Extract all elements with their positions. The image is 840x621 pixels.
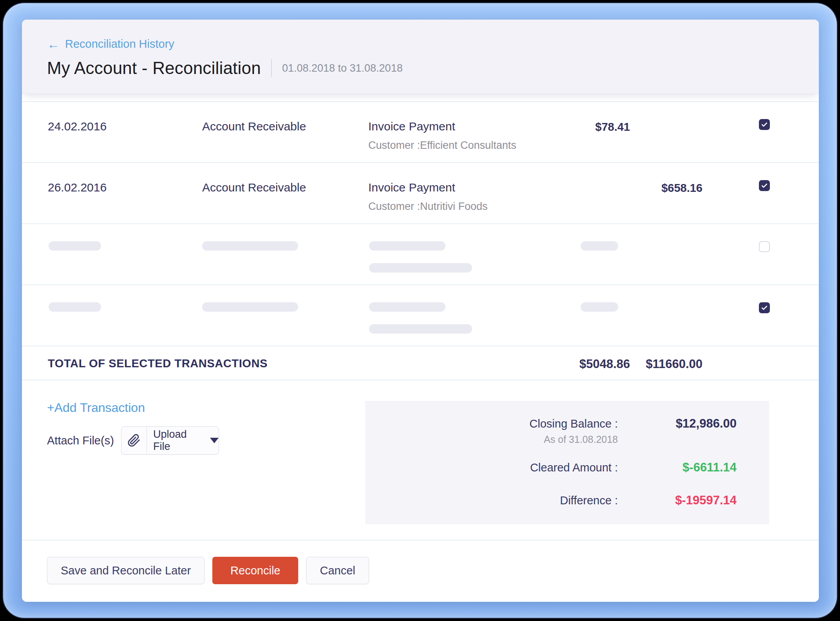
transaction-account: Account Receivable	[202, 120, 306, 133]
attach-file-row: Attach File(s) Upload File	[47, 426, 219, 455]
back-arrow-icon: ←	[47, 38, 60, 51]
window-frame: ← Reconciliation History My Account - Re…	[3, 3, 837, 618]
transaction-amount: $658.16	[661, 182, 702, 195]
transactions-table: 24.02.2016 Account Receivable Invoice Pa…	[22, 101, 819, 380]
table-row-skeleton	[22, 285, 819, 346]
checkmark-icon	[760, 121, 768, 128]
table-row-skeleton	[22, 224, 819, 285]
checkmark-icon	[760, 182, 768, 190]
skeleton-date	[49, 302, 101, 312]
skeleton-account	[202, 302, 298, 312]
totals-amount-deposits: $11660.00	[646, 357, 702, 371]
cancel-button[interactable]: Cancel	[306, 557, 369, 584]
skeleton-customer	[369, 263, 472, 273]
totals-row: TOTAL OF SELECTED TRANSACTIONS $5048.86 …	[22, 346, 819, 380]
attach-file-label: Attach File(s)	[47, 434, 114, 447]
title-separator	[271, 59, 272, 77]
difference-row: Difference : $-19597.14	[365, 493, 737, 509]
cleared-amount-label: Cleared Amount :	[365, 461, 618, 474]
title-row: My Account - Reconciliation 01.08.2018 t…	[47, 58, 819, 78]
transaction-type: Invoice Payment	[368, 181, 488, 194]
transaction-description: Invoice Payment Customer :Efficient Cons…	[368, 120, 516, 152]
transaction-date: 24.02.2016	[48, 120, 107, 133]
skeleton-customer	[369, 324, 472, 334]
save-and-reconcile-later-button[interactable]: Save and Reconcile Later	[47, 557, 205, 584]
row-checkbox-checked[interactable]	[759, 180, 770, 191]
screenshot-root: ← Reconciliation History My Account - Re…	[0, 0, 840, 621]
paperclip-segment	[121, 427, 147, 454]
upload-file-button[interactable]: Upload File	[121, 426, 219, 455]
row-checkbox-checked[interactable]	[759, 119, 770, 130]
transaction-date: 26.02.2016	[48, 181, 107, 194]
transaction-account: Account Receivable	[202, 181, 306, 194]
reconciliation-card: ← Reconciliation History My Account - Re…	[22, 20, 819, 602]
transaction-description: Invoice Payment Customer :Nutritivi Food…	[368, 181, 488, 213]
transaction-customer: Customer :Nutritivi Foods	[368, 200, 488, 213]
row-checkbox-checked[interactable]	[759, 302, 770, 313]
table-row: 26.02.2016 Account Receivable Invoice Pa…	[22, 162, 819, 224]
closing-balance-label: Closing Balance :	[365, 417, 618, 430]
skeleton-amount	[581, 241, 618, 251]
back-link[interactable]: ← Reconciliation History	[47, 38, 174, 51]
skeleton-account	[202, 241, 298, 251]
totals-label: TOTAL OF SELECTED TRANSACTIONS	[48, 357, 268, 370]
back-link-label: Reconciliation History	[65, 38, 174, 51]
skeleton-description	[369, 302, 445, 312]
skeleton-description	[369, 241, 445, 251]
checkmark-icon	[760, 304, 768, 312]
page-title: My Account - Reconciliation	[47, 58, 261, 78]
totals-amount-payments: $5048.86	[579, 357, 630, 371]
skeleton-date	[49, 241, 101, 251]
chevron-down-icon	[210, 438, 219, 443]
page-header: ← Reconciliation History My Account - Re…	[22, 20, 819, 94]
reconcile-button[interactable]: Reconcile	[212, 557, 298, 584]
difference-label: Difference :	[365, 494, 618, 507]
as-of-row: As of 31.08.2018	[365, 434, 737, 448]
cleared-amount-value: $-6611.14	[618, 460, 737, 475]
closing-balance-value: $12,986.00	[618, 417, 737, 431]
footer-actions: Save and Reconcile Later Reconcile Cance…	[22, 540, 819, 600]
paperclip-icon	[127, 434, 141, 447]
cleared-amount-row: Cleared Amount : $-6611.14	[365, 460, 737, 476]
as-of-date: As of 31.08.2018	[365, 434, 618, 445]
lower-section: +Add Transaction Attach File(s) Upload F…	[22, 380, 819, 540]
summary-panel: Closing Balance : $12,986.00 As of 31.08…	[365, 401, 769, 524]
reconciliation-period: 01.08.2018 to 31.08.2018	[282, 62, 403, 74]
upload-file-label: Upload File	[153, 428, 205, 453]
closing-balance-row: Closing Balance : $12,986.00	[365, 417, 737, 432]
transaction-type: Invoice Payment	[368, 120, 516, 133]
transaction-amount: $78.41	[595, 121, 630, 134]
add-transaction-link[interactable]: +Add Transaction	[47, 401, 145, 415]
transaction-customer: Customer :Efficient Consultants	[368, 139, 516, 152]
skeleton-amount	[581, 302, 618, 312]
row-checkbox-unchecked[interactable]	[759, 241, 770, 252]
table-row: 24.02.2016 Account Receivable Invoice Pa…	[22, 101, 819, 162]
difference-value: $-19597.14	[618, 493, 737, 507]
